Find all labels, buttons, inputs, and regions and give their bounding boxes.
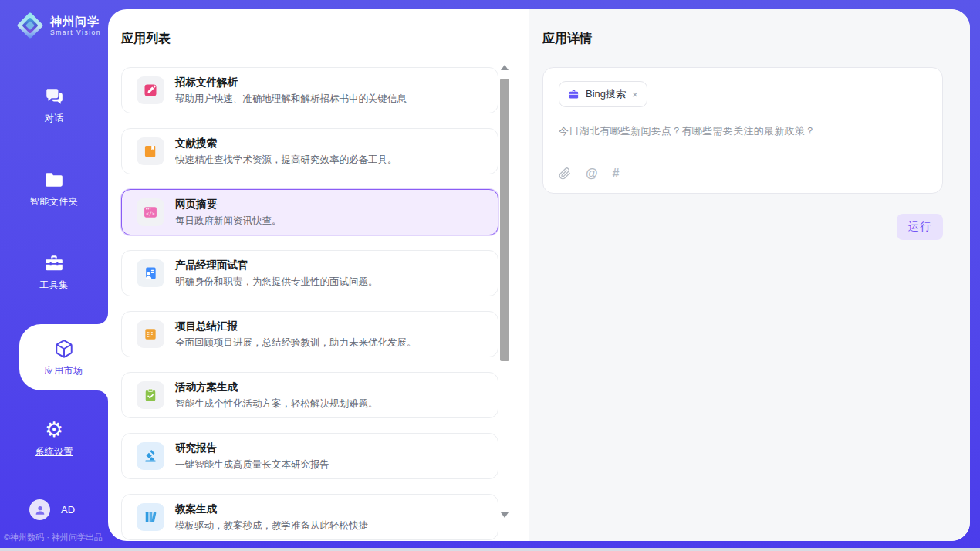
bottom-strip (0, 548, 980, 551)
app-icon-tile (137, 320, 164, 348)
prompt-text[interactable]: 今日湖北有哪些新闻要点？有哪些需要关注的最新政策？ (559, 124, 927, 138)
folder-icon (43, 169, 65, 191)
app-icon-tile (137, 503, 164, 531)
scrollbar-thumb[interactable] (500, 79, 509, 361)
app-icon-tile: </> (137, 198, 164, 226)
sidebar-item[interactable]: 工具集 (0, 241, 108, 303)
scroll-down-icon[interactable] (501, 512, 509, 518)
app-card-list: 招标文件解析 帮助用户快速、准确地理解和解析招标书中的关键信息 文献搜索 快速精… (121, 67, 498, 540)
scroll-up-icon[interactable] (501, 65, 509, 70)
scrollbar[interactable] (500, 62, 510, 521)
sidebar-item-label: 对话 (45, 112, 64, 125)
app-name: 文献搜索 (175, 137, 397, 150)
app-description: 智能生成个性化活动方案，轻松解决规划难题。 (175, 397, 378, 411)
clipboard-check-icon (143, 387, 158, 403)
avatar[interactable] (29, 499, 50, 520)
sidebar-item-label: 应用市场 (45, 364, 83, 377)
diamond-logo-icon (15, 11, 45, 40)
prompt-card[interactable]: Bing搜索 × 今日湖北有哪些新闻要点？有哪些需要关注的最新政策？ @ # (542, 67, 943, 194)
app-name: 教案生成 (175, 502, 368, 516)
chat-icon (43, 86, 65, 107)
tool-tag-bing-search[interactable]: Bing搜索 × (559, 81, 647, 107)
app-name: 研究报告 (175, 441, 329, 455)
sidebar-item-label: 智能文件夹 (30, 195, 79, 208)
app-icon-tile (137, 137, 164, 165)
app-card[interactable]: </> 网页摘要 每日政府新闻资讯快查。 (121, 189, 498, 235)
user-icon (34, 504, 46, 516)
gear-icon: ⚙ (43, 419, 65, 441)
tool-tag-label: Bing搜索 (586, 87, 626, 101)
doc-edit-icon (143, 83, 158, 98)
app-card[interactable]: 招标文件解析 帮助用户快速、准确地理解和解析招标书中的关键信息 (121, 67, 498, 113)
app-detail-pane: 应用详情 Bing搜索 × 今日湖北有哪些新闻要点？有哪些需要关注的最新政策？ … (529, 9, 970, 541)
app-icon-tile (137, 381, 164, 409)
user-name: AD (61, 504, 75, 516)
sidebar-item[interactable]: 对话 (0, 74, 108, 136)
note-icon (143, 326, 158, 342)
run-button[interactable]: 运行 (897, 214, 943, 240)
briefcase-icon (568, 89, 580, 100)
app-card[interactable]: 教案生成 模板驱动，教案秒成，教学准备从此轻松快捷 (121, 494, 498, 540)
app-card[interactable]: 研究报告 一键智能生成高质量长文本研究报告 (121, 433, 498, 479)
book-icon (143, 144, 158, 159)
sidebar: 神州问学 Smart Vision 对话 智能文件夹 工具集 应用市场 ⚙ 系统… (0, 0, 108, 551)
browser-code-icon: </> (143, 205, 158, 220)
sidebar-item-label: 系统设置 (35, 445, 73, 458)
app-name: 活动方案生成 (175, 380, 378, 394)
main-panel: 应用列表 招标文件解析 帮助用户快速、准确地理解和解析招标书中的关键信息 (108, 9, 970, 541)
app-description: 帮助用户快速、准确地理解和解析招标书中的关键信息 (175, 93, 407, 106)
app-card[interactable]: 文献搜索 快速精准查找学术资源，提高研究效率的必备工具。 (121, 128, 498, 174)
app-description: 每日政府新闻资讯快查。 (175, 215, 282, 228)
hash-icon[interactable]: # (613, 167, 620, 181)
brand-name: 神州问学 (50, 15, 101, 28)
app-description: 一键智能生成高质量长文本研究报告 (175, 458, 329, 472)
sidebar-nav: 对话 智能文件夹 工具集 应用市场 ⚙ 系统设置 (0, 74, 108, 491)
app-list-title: 应用列表 (121, 31, 529, 47)
app-detail-title: 应用详情 (542, 31, 943, 47)
app-name: 网页摘要 (175, 198, 282, 211)
app-description: 明确身份和职责，为您提供专业性的面试问题。 (175, 276, 378, 289)
sidebar-item-label: 工具集 (39, 279, 69, 292)
app-list-pane: 应用列表 招标文件解析 帮助用户快速、准确地理解和解析招标书中的关键信息 (108, 9, 529, 541)
cube-icon (53, 338, 75, 360)
app-card[interactable]: 产品经理面试官 明确身份和职责，为您提供专业性的面试问题。 (121, 250, 498, 296)
app-icon-tile (137, 442, 164, 470)
at-icon[interactable]: @ (586, 167, 598, 181)
app-icon-tile (137, 259, 164, 287)
paperclip-icon[interactable] (559, 167, 571, 180)
sidebar-item[interactable]: ⚙ 系统设置 (0, 407, 108, 469)
books-icon (143, 509, 158, 525)
app-card[interactable]: 项目总结汇报 全面回顾项目进展，总结经验教训，助力未来优化发展。 (121, 311, 498, 357)
user-account[interactable]: AD (29, 499, 75, 520)
app-name: 产品经理面试官 (175, 259, 378, 272)
app-description: 模板驱动，教案秒成，教学准备从此轻松快捷 (175, 519, 368, 532)
interview-icon (143, 265, 158, 281)
app-description: 全面回顾项目进展，总结经验教训，助力未来优化发展。 (175, 336, 417, 350)
sidebar-item[interactable]: 应用市场 (19, 324, 108, 390)
sidebar-item[interactable]: 智能文件夹 (0, 157, 108, 219)
svg-text:</>: </> (146, 211, 155, 216)
attachment-toolbar: @ # (559, 167, 620, 181)
brand-logo: 神州问学 Smart Vision (0, 0, 108, 40)
close-icon[interactable]: × (632, 90, 638, 100)
app-name: 招标文件解析 (175, 76, 407, 90)
toolbox-icon (43, 252, 65, 274)
app-icon-tile (137, 76, 164, 104)
app-card[interactable]: 活动方案生成 智能生成个性化活动方案，轻松解决规划难题。 (121, 372, 498, 418)
brand-tagline: Smart Vision (50, 29, 101, 36)
app-name: 项目总结汇报 (175, 319, 417, 333)
copyright-text: ©神州数码 · 神州问学出品 (4, 532, 103, 543)
app-description: 快速精准查找学术资源，提高研究效率的必备工具。 (175, 154, 397, 167)
microscope-icon (143, 448, 158, 464)
